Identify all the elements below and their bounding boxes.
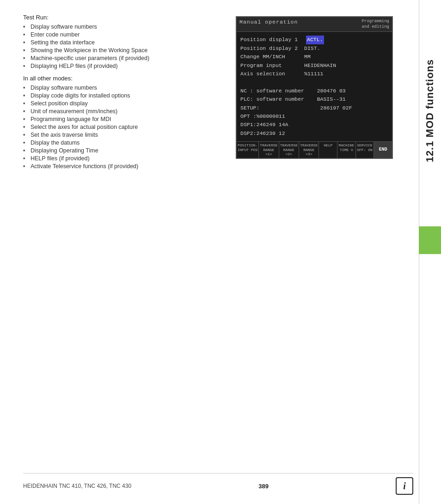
footer-btn-service[interactable]: SERVICEOFF: ON <box>356 142 374 158</box>
list-item: Activate Teleservice functions (if provi… <box>23 163 410 170</box>
screen-line: Axis selection %11111 <box>240 70 388 78</box>
screen-title: Manual operation <box>239 19 298 25</box>
footer-btn-traverse2[interactable]: TRAVERSERANGE<2> <box>279 142 299 158</box>
side-tab: 12.1 MOD functions <box>419 0 441 504</box>
footer-btn-help[interactable]: HELP <box>319 142 337 158</box>
footer-brand: HEIDENHAIN TNC 410, TNC 426, TNC 430 <box>23 483 131 489</box>
screen-line: DSP1:246249 14A <box>240 121 388 129</box>
screen-line: Position display 2 DIST. <box>240 44 388 53</box>
page-footer: HEIDENHAIN TNC 410, TNC 426, TNC 430 389… <box>23 473 413 495</box>
screen-mode: Programming and editing <box>362 19 389 30</box>
screen-line: OPT :%00000011 <box>240 112 388 121</box>
screen-line: Change MM/INCH MM <box>240 53 388 61</box>
screen-line: SETUP: 286197 02F <box>240 104 388 112</box>
footer-btn-traverse1[interactable]: TRAVERSERANGE<1> <box>259 142 279 158</box>
green-accent <box>419 226 441 254</box>
info-icon: i <box>396 477 413 495</box>
footer-btn-traverse3[interactable]: TRAVERSERANGE<3> <box>299 142 319 158</box>
screen-line: DSP2:246230 12 <box>240 129 388 138</box>
screen-line: Program input HEIDENHAIN <box>240 61 388 70</box>
screen-line: NC : software number 280476 03 <box>240 87 388 95</box>
footer-btn-end[interactable]: END <box>374 142 392 158</box>
screen-line: Position display 1 ACTL. <box>240 36 388 44</box>
screen-header: Manual operation Programming and editing <box>237 17 392 32</box>
page-number: 389 <box>258 483 269 490</box>
footer-btn-machine-time[interactable]: MACHINETIME ⊙ <box>337 142 356 158</box>
footer-btn-position[interactable]: POSITION-INPUT POS <box>237 142 259 158</box>
screen-footer: POSITION-INPUT POS TRAVERSERANGE<1> TRAV… <box>237 141 392 158</box>
screen-body: Position display 1 ACTL. Position displa… <box>237 32 392 141</box>
chapter-title: 12.1 MOD functions <box>419 0 441 222</box>
cnc-screen: Manual operation Programming and editing… <box>236 16 393 159</box>
screen-line: PLC: software number BASIS--31 <box>240 95 388 103</box>
screen-container: Manual operation Programming and editing… <box>236 16 393 159</box>
